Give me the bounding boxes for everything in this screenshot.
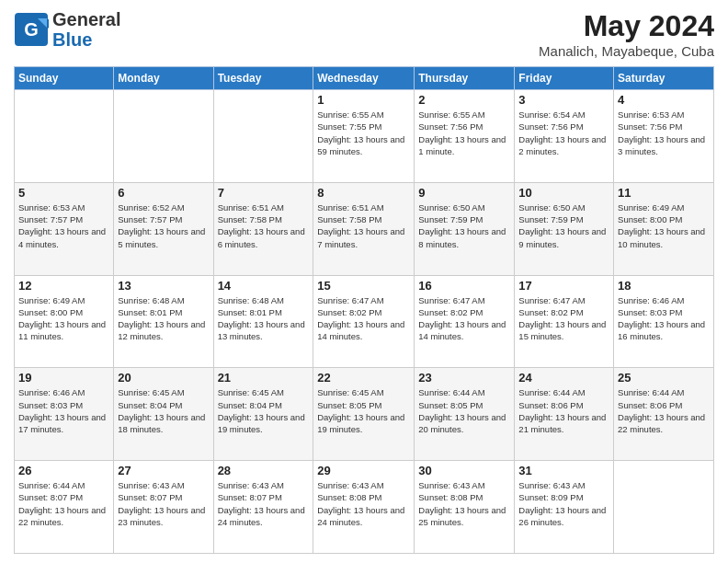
table-row: 13Sunrise: 6:48 AMSunset: 8:01 PMDayligh…: [114, 275, 213, 368]
day-info: Sunrise: 6:53 AMSunset: 7:57 PMDaylight:…: [18, 201, 109, 250]
day-info: Sunrise: 6:44 AMSunset: 8:05 PMDaylight:…: [418, 386, 510, 435]
day-number: 11: [618, 186, 710, 200]
day-number: 27: [118, 464, 209, 477]
day-info: Sunrise: 6:43 AMSunset: 8:09 PMDaylight:…: [518, 479, 609, 528]
day-number: 16: [418, 279, 510, 293]
col-thursday: Thursday: [415, 67, 515, 90]
day-info: Sunrise: 6:47 AMSunset: 8:02 PMDaylight:…: [317, 294, 410, 343]
table-row: 31Sunrise: 6:43 AMSunset: 8:09 PMDayligh…: [515, 461, 614, 554]
day-info: Sunrise: 6:49 AMSunset: 8:00 PMDaylight:…: [618, 201, 710, 250]
day-info: Sunrise: 6:49 AMSunset: 8:00 PMDaylight:…: [18, 294, 109, 343]
table-row: 27Sunrise: 6:43 AMSunset: 8:07 PMDayligh…: [114, 461, 213, 554]
day-number: 5: [18, 186, 109, 200]
day-number: 29: [317, 464, 410, 477]
calendar-week-row: 5Sunrise: 6:53 AMSunset: 7:57 PMDaylight…: [15, 182, 714, 275]
header: G General Blue May 2024 Manalich, Mayabe…: [14, 9, 714, 59]
day-number: 31: [518, 464, 609, 477]
day-number: 10: [518, 186, 609, 200]
day-info: Sunrise: 6:48 AMSunset: 8:01 PMDaylight:…: [218, 294, 310, 343]
day-number: 14: [218, 279, 310, 293]
day-number: 3: [518, 93, 609, 107]
day-info: Sunrise: 6:55 AMSunset: 7:55 PMDaylight:…: [317, 109, 410, 157]
title-block: May 2024 Manalich, Mayabeque, Cuba: [539, 9, 714, 59]
day-info: Sunrise: 6:50 AMSunset: 7:59 PMDaylight:…: [418, 201, 510, 250]
location-title: Manalich, Mayabeque, Cuba: [539, 43, 714, 59]
day-number: 13: [118, 279, 209, 293]
day-info: Sunrise: 6:43 AMSunset: 8:07 PMDaylight:…: [118, 479, 209, 528]
table-row: [15, 90, 114, 183]
day-number: 22: [317, 371, 410, 385]
table-row: 22Sunrise: 6:45 AMSunset: 8:05 PMDayligh…: [313, 368, 415, 461]
table-row: 19Sunrise: 6:46 AMSunset: 8:03 PMDayligh…: [15, 368, 114, 461]
day-info: Sunrise: 6:45 AMSunset: 8:04 PMDaylight:…: [118, 386, 209, 435]
day-number: 2: [418, 93, 510, 107]
calendar-week-row: 12Sunrise: 6:49 AMSunset: 8:00 PMDayligh…: [15, 275, 714, 368]
day-number: 9: [418, 186, 510, 200]
day-info: Sunrise: 6:44 AMSunset: 8:06 PMDaylight:…: [618, 386, 710, 435]
logo: G General Blue: [14, 9, 120, 50]
day-info: Sunrise: 6:46 AMSunset: 8:03 PMDaylight:…: [618, 294, 710, 343]
day-number: 4: [618, 93, 710, 107]
day-number: 6: [118, 186, 209, 200]
logo-blue: Blue: [52, 29, 92, 50]
calendar-table: Sunday Monday Tuesday Wednesday Thursday…: [14, 66, 714, 554]
day-info: Sunrise: 6:44 AMSunset: 8:06 PMDaylight:…: [518, 386, 609, 435]
day-number: 18: [618, 279, 710, 293]
day-number: 24: [518, 371, 609, 385]
table-row: 16Sunrise: 6:47 AMSunset: 8:02 PMDayligh…: [415, 275, 515, 368]
table-row: 30Sunrise: 6:43 AMSunset: 8:08 PMDayligh…: [415, 461, 515, 554]
table-row: 14Sunrise: 6:48 AMSunset: 8:01 PMDayligh…: [213, 275, 313, 368]
table-row: 2Sunrise: 6:55 AMSunset: 7:56 PMDaylight…: [415, 90, 515, 183]
day-number: 21: [218, 371, 310, 385]
table-row: 4Sunrise: 6:53 AMSunset: 7:56 PMDaylight…: [614, 90, 714, 183]
day-info: Sunrise: 6:47 AMSunset: 8:02 PMDaylight:…: [418, 294, 510, 343]
day-info: Sunrise: 6:43 AMSunset: 8:08 PMDaylight:…: [418, 479, 510, 528]
col-monday: Monday: [114, 67, 213, 90]
day-info: Sunrise: 6:47 AMSunset: 8:02 PMDaylight:…: [518, 294, 609, 343]
svg-text:G: G: [24, 19, 39, 40]
table-row: 20Sunrise: 6:45 AMSunset: 8:04 PMDayligh…: [114, 368, 213, 461]
table-row: 29Sunrise: 6:43 AMSunset: 8:08 PMDayligh…: [313, 461, 415, 554]
table-row: [114, 90, 213, 183]
table-row: 15Sunrise: 6:47 AMSunset: 8:02 PMDayligh…: [313, 275, 415, 368]
day-info: Sunrise: 6:52 AMSunset: 7:57 PMDaylight:…: [118, 201, 209, 250]
table-row: 11Sunrise: 6:49 AMSunset: 8:00 PMDayligh…: [614, 182, 714, 275]
col-friday: Friday: [515, 67, 614, 90]
table-row: 1Sunrise: 6:55 AMSunset: 7:55 PMDaylight…: [313, 90, 415, 183]
table-row: 10Sunrise: 6:50 AMSunset: 7:59 PMDayligh…: [515, 182, 614, 275]
calendar-header-row: Sunday Monday Tuesday Wednesday Thursday…: [15, 67, 714, 90]
col-wednesday: Wednesday: [313, 67, 415, 90]
day-number: 1: [317, 93, 410, 107]
table-row: 23Sunrise: 6:44 AMSunset: 8:05 PMDayligh…: [415, 368, 515, 461]
day-number: 25: [618, 371, 710, 385]
table-row: 7Sunrise: 6:51 AMSunset: 7:58 PMDaylight…: [213, 182, 313, 275]
table-row: 28Sunrise: 6:43 AMSunset: 8:07 PMDayligh…: [213, 461, 313, 554]
table-row: [614, 461, 714, 554]
month-title: May 2024: [539, 9, 714, 43]
day-info: Sunrise: 6:51 AMSunset: 7:58 PMDaylight:…: [218, 201, 310, 250]
table-row: 25Sunrise: 6:44 AMSunset: 8:06 PMDayligh…: [614, 368, 714, 461]
day-info: Sunrise: 6:44 AMSunset: 8:07 PMDaylight:…: [18, 479, 109, 528]
calendar-week-row: 19Sunrise: 6:46 AMSunset: 8:03 PMDayligh…: [15, 368, 714, 461]
table-row: 18Sunrise: 6:46 AMSunset: 8:03 PMDayligh…: [614, 275, 714, 368]
col-tuesday: Tuesday: [213, 67, 313, 90]
day-info: Sunrise: 6:43 AMSunset: 8:08 PMDaylight:…: [317, 479, 410, 528]
calendar-week-row: 1Sunrise: 6:55 AMSunset: 7:55 PMDaylight…: [15, 90, 714, 183]
day-info: Sunrise: 6:55 AMSunset: 7:56 PMDaylight:…: [418, 109, 510, 157]
page: G General Blue May 2024 Manalich, Mayabe…: [0, 0, 728, 563]
col-saturday: Saturday: [614, 67, 714, 90]
day-number: 12: [18, 279, 109, 293]
day-info: Sunrise: 6:48 AMSunset: 8:01 PMDaylight:…: [118, 294, 209, 343]
day-info: Sunrise: 6:43 AMSunset: 8:07 PMDaylight:…: [218, 479, 310, 528]
day-info: Sunrise: 6:46 AMSunset: 8:03 PMDaylight:…: [18, 386, 109, 435]
day-number: 28: [218, 464, 310, 477]
logo-general: General: [52, 9, 120, 29]
table-row: 9Sunrise: 6:50 AMSunset: 7:59 PMDaylight…: [415, 182, 515, 275]
table-row: 5Sunrise: 6:53 AMSunset: 7:57 PMDaylight…: [15, 182, 114, 275]
table-row: 17Sunrise: 6:47 AMSunset: 8:02 PMDayligh…: [515, 275, 614, 368]
day-number: 23: [418, 371, 510, 385]
calendar-week-row: 26Sunrise: 6:44 AMSunset: 8:07 PMDayligh…: [15, 461, 714, 554]
day-info: Sunrise: 6:51 AMSunset: 7:58 PMDaylight:…: [317, 201, 410, 250]
day-info: Sunrise: 6:50 AMSunset: 7:59 PMDaylight:…: [518, 201, 609, 250]
day-info: Sunrise: 6:45 AMSunset: 8:05 PMDaylight:…: [317, 386, 410, 435]
